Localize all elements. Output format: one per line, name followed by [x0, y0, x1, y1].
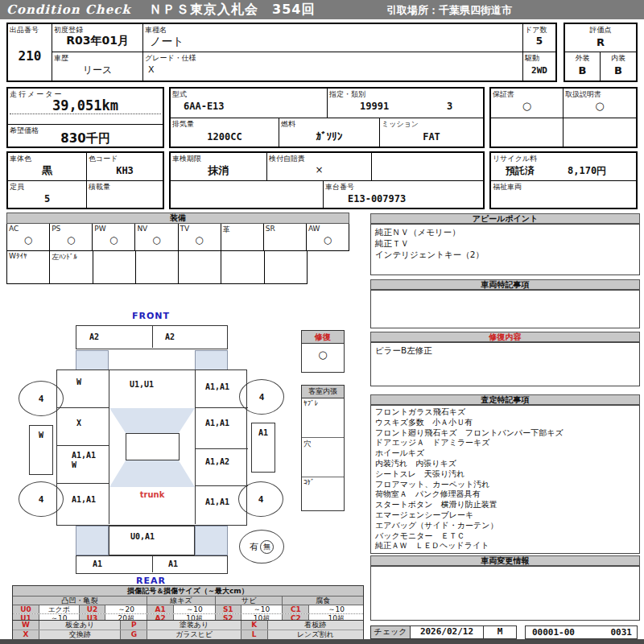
- spec-box: 型式 6AA-E13 指定・類別 19991 3 排気量 1200CC 燃料 ｶ…: [169, 87, 485, 148]
- repair-flag-box: 修復 ○: [301, 330, 345, 373]
- equipment-extra-3: [93, 251, 136, 283]
- check-label: チェック: [371, 626, 411, 638]
- exterior-cell: 外装 B: [565, 52, 601, 80]
- inspection-box: 車検期限 抹消 検付自賠責 × 車台番号 E13-007973: [169, 151, 485, 209]
- documents-box: 保証書 ○ 取扱説明書 ○: [489, 87, 638, 148]
- lot-number: 210: [8, 48, 52, 64]
- assessment-line: ホイールキズ: [375, 448, 635, 459]
- score-cell: 評価点 R: [565, 24, 636, 52]
- trunk-label: trunk: [109, 490, 195, 499]
- rear-bumper: A1 A1: [76, 555, 228, 574]
- doors-value: 5: [523, 35, 555, 47]
- windshield-shade: [109, 408, 195, 433]
- appeal-line: 純正ＮＶ（メモリー）: [375, 226, 635, 237]
- assessment-line: 荷物室Ａ パンク修理器具有: [375, 489, 635, 500]
- divider: [195, 485, 248, 486]
- appeal-line: 純正ＴＶ: [375, 237, 635, 249]
- equipment-extra-row: Wﾀｲﾔ 左ﾊﾝﾄﾞﾙ: [6, 251, 308, 284]
- left-sill: W: [29, 425, 53, 475]
- presence-indicator: 有 無: [239, 530, 284, 564]
- exterior-value: B: [565, 64, 600, 76]
- page-number: 0031: [611, 627, 633, 638]
- empty-cell: [372, 153, 483, 181]
- cabin-interior-row-hole: 穴: [302, 438, 344, 477]
- displacement-value: 1200CC: [171, 131, 279, 142]
- grade-cell: グレード・仕様 X: [143, 52, 523, 80]
- capacity-value: 5: [8, 193, 86, 204]
- equipment-col-aw: AW○: [307, 224, 349, 250]
- recycle-fee: 8,170円: [568, 164, 606, 178]
- left-rear-door-code: A1,A1: [72, 451, 96, 460]
- equipment-extra-1: Wﾀｲﾔ: [7, 251, 50, 283]
- empty-cell: [491, 118, 564, 147]
- insurance-value: ×: [267, 164, 371, 175]
- cabin-interior-row-tear: ﾔﾌﾞﾚ: [302, 398, 344, 438]
- insurance-cell: 検付自賠責 ×: [267, 153, 372, 181]
- assessment-line: 内装汚れ 内張りキズ: [375, 459, 635, 469]
- legend-row-3: W 板金あり P 塗装あり K 看板跡: [13, 621, 363, 630]
- warranty-mark: ○: [491, 100, 563, 112]
- left-rear-fender-code: A1,A1: [72, 495, 96, 504]
- capacity-cell: 定員 5: [8, 181, 87, 208]
- equipment-extra-4: [136, 251, 179, 283]
- rear-gate: U0,A1: [109, 526, 195, 555]
- right-front-door-code: A1,A1: [205, 419, 229, 427]
- divider: [195, 448, 248, 449]
- grade-value: X: [148, 64, 155, 75]
- presence-yes-label: 有: [250, 541, 258, 553]
- appeal-line: インテリジェントキー（2）: [375, 249, 635, 260]
- vehicle-info-table: 出品番号 210 初度登録 R03年01月 車歴 リース 車種名 ノート グレー…: [6, 23, 557, 82]
- equipment-extra-6: [221, 251, 264, 283]
- model-code-value: 6AA-E13: [184, 101, 225, 112]
- assessment-line: ドアエッジＡ ドアミラーキズ: [375, 438, 635, 448]
- warranty-cell: 保証書 ○: [491, 89, 564, 118]
- equipment-extra-2: 左ﾊﾝﾄﾞﾙ: [50, 251, 93, 283]
- car-body: W X A1,A1 W A1,A1 U1,U1 A1,A1 A1,A1 A1,A…: [56, 369, 247, 526]
- legend-row-4: X 交換跡 G ガラスヒビ L レンズ割れ: [13, 630, 363, 639]
- assessment-body: フロントガラス飛石キズ ウスキズ多数 小Ａ小Ｕ有 フロント廻り飛石キズ フロント…: [370, 405, 640, 554]
- class-sub: 3: [447, 101, 452, 112]
- left-front-door-code: X: [76, 419, 81, 427]
- doc-number: 00001-00: [532, 627, 575, 638]
- divider: [57, 407, 109, 408]
- assessment-title: 査定特記事項: [370, 394, 640, 405]
- divider: [152, 326, 153, 348]
- equipment-col-nv: NV○: [135, 224, 178, 250]
- equipment-col-leather: 革: [221, 224, 264, 250]
- equipment-title: 装備: [6, 213, 349, 224]
- fuel-cell: 燃料 ｶﾞｿﾘﾝ: [279, 118, 380, 148]
- divider: [57, 483, 109, 484]
- divider: [195, 407, 248, 408]
- score-table: 評価点 R 外装 B 内装 B: [564, 23, 638, 82]
- assessment-line: エアバッグ（サイド・カーテン）: [375, 521, 635, 531]
- welfare-cell: 福祉車両: [491, 181, 636, 208]
- assessment-line: フロアマット、カーペット汚れ: [375, 480, 635, 490]
- front-bumper-left-code: A2: [89, 332, 99, 341]
- appeal-title: アピールポイント: [370, 213, 640, 224]
- assessment-line: バックモニター ＥＴＣ: [375, 531, 635, 542]
- repair-flag-mark: ○: [302, 344, 344, 361]
- rear-left-corner-shade: [76, 526, 109, 555]
- rear-bumper-right-code: A1: [168, 559, 178, 568]
- right-sill-code: A1: [258, 428, 268, 437]
- change-info-body: [370, 566, 640, 621]
- history-value: リース: [52, 64, 142, 77]
- recycle-cell: リサイクル料 預託済 8,170円: [491, 153, 636, 181]
- divider: [8, 124, 163, 125]
- price-value: 830千円: [8, 131, 163, 147]
- chassis-cell: 車台番号 E13-007973: [324, 181, 483, 208]
- odometer-value: 39,051km: [8, 97, 163, 114]
- auction-title: ＮＰＳ東京入札会 354回: [149, 2, 315, 19]
- bottom-rule: [0, 639, 644, 644]
- chassis-value: E13-007973: [348, 193, 483, 204]
- color-code-cell: 色コード KH3: [87, 153, 163, 181]
- doors-cell: ドア数 5: [523, 24, 555, 52]
- front-bumper-right-code: A2: [165, 332, 175, 341]
- legend-group-rust: サビ: [216, 597, 283, 605]
- special-notes-body: [370, 290, 640, 328]
- divider: [57, 445, 109, 446]
- repair-detail-title: 修復内容: [370, 332, 640, 342]
- interior-cell: 内装 B: [601, 52, 636, 80]
- repair-flag-title: 修復: [302, 331, 344, 344]
- equipment-extra-7: [265, 251, 307, 283]
